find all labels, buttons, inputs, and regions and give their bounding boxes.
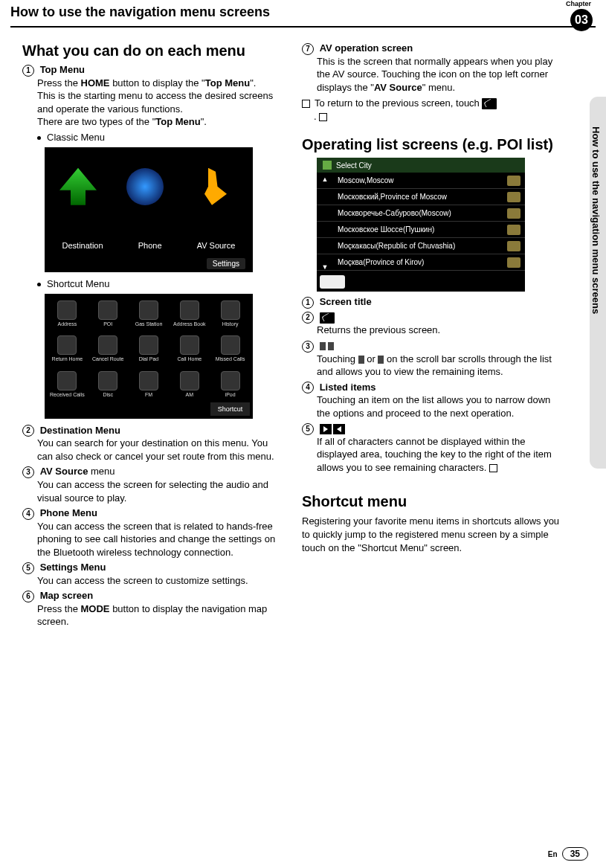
end-marker-icon	[319, 113, 327, 121]
list-item: Московское Шоссе(Пушкин)	[317, 222, 525, 238]
classic-label-av: AV Source	[197, 241, 236, 250]
text: There are two types of the "	[37, 116, 155, 127]
shortcut-cell: AM	[170, 367, 209, 400]
side-running-title: How to use the navigation menu screens	[590, 126, 602, 314]
item-title-bold: AV Source	[40, 466, 88, 477]
item-title: Phone Menu	[40, 507, 97, 518]
right-column: 7 AV operation screen This is the screen…	[302, 42, 564, 631]
left-column: What you can do on each menu 1 Top Menu …	[22, 42, 284, 631]
item-body: Returns the previous screen.	[317, 324, 564, 337]
back-icon	[320, 312, 335, 324]
item-body: This is the screen that normally appears…	[317, 55, 564, 94]
shortcut-cell: History	[210, 297, 250, 330]
text: " menu.	[422, 82, 455, 93]
poi-list-screenshot: Select City ▲▼ Moscow,Moscow Московский,…	[317, 158, 525, 292]
text: If all of characters cannot be displayed…	[317, 436, 552, 473]
item-body: You can access the screen to customize s…	[37, 574, 284, 588]
footer-language: En	[548, 850, 558, 858]
text: or	[364, 353, 378, 364]
item-title-rest: menu	[88, 466, 115, 477]
item-number: 5	[22, 562, 34, 574]
scroll-down-icon	[328, 342, 334, 350]
item-number: 4	[22, 508, 34, 520]
list-item: Моçкакасы(Republic of Chuvashia)	[317, 238, 525, 254]
page-number: 35	[562, 847, 588, 861]
item-title: Map screen	[40, 590, 94, 601]
list-desc-listed-items: 4 Listed items Touching an item on the l…	[302, 382, 564, 420]
chapter-label: Chapter	[566, 0, 591, 7]
item-body: If all of characters cannot be displayed…	[317, 435, 564, 475]
item-body: Press the MODE button to display the nav…	[37, 602, 284, 629]
shortcut-menu-screenshot: Address POI Gas Station Address Book His…	[45, 294, 253, 419]
item-body: You can access the screen for selecting …	[37, 478, 284, 504]
item-av-operation-screen: 7 AV operation screen This is the screen…	[302, 42, 564, 94]
text: ".	[250, 77, 256, 89]
shortcut-cell: Received Calls	[48, 367, 87, 400]
page-footer: En 35	[548, 847, 588, 861]
item-number: 3	[302, 341, 314, 353]
item-title: Top Menu	[40, 64, 85, 75]
bold-text: Top Menu	[205, 77, 250, 89]
item-title: Settings Menu	[40, 562, 106, 573]
item-title: Destination Menu	[40, 425, 120, 436]
item-number: 7	[302, 43, 314, 55]
text: ".	[201, 116, 207, 127]
item-number: 6	[22, 591, 34, 602]
classic-destination	[45, 147, 112, 211]
scroll-up-icon	[358, 356, 364, 364]
item-number: 2	[22, 425, 34, 437]
classic-phone	[112, 147, 178, 211]
bold-text: Top Menu	[155, 116, 200, 127]
shortcut-cell: FM	[129, 367, 169, 400]
item-phone-menu: 4 Phone Menu You can access the screen t…	[22, 507, 284, 559]
poi-screen-title: Select City	[317, 158, 525, 173]
arrow-left-icon	[333, 424, 345, 434]
bullet-label: Shortcut Menu	[47, 278, 110, 289]
bullet-icon	[37, 136, 41, 140]
bold-text: HOME	[81, 77, 110, 89]
item-body: You can access the screen that is relate…	[37, 520, 284, 559]
item-number: 3	[22, 466, 34, 478]
item-top-menu: 1 Top Menu Press the HOME button to disp…	[22, 64, 284, 129]
text: Press the	[37, 603, 81, 614]
list-item: Moscow,Moscow	[317, 173, 525, 189]
list-item: Моçква(Province of Kirov)	[317, 254, 525, 271]
classic-label-phone: Phone	[138, 241, 162, 250]
shortcut-cell: Return Home	[48, 332, 87, 365]
shortcut-cell: Disc	[88, 367, 128, 400]
item-number: 1	[302, 297, 314, 309]
item-title: Screen title	[320, 296, 372, 307]
item-av-source-menu: 3 AV Source menu You can access the scre…	[22, 466, 284, 504]
shortcut-cell: Gas Station	[129, 297, 169, 330]
classic-menu-screenshot: Destination Phone AV Source Settings	[45, 147, 253, 272]
text: button to display the "	[110, 77, 205, 89]
item-number: 2	[302, 312, 314, 324]
list-desc-back: 2 Returns the previous screen.	[302, 312, 564, 337]
shortcut-cell: iPod	[210, 367, 250, 400]
list-desc-arrows: 5 If all of characters cannot be display…	[302, 422, 564, 474]
section-heading-operating-list: Operating list screens (e.g. POI list)	[302, 136, 564, 153]
shortcut-button: Shortcut	[210, 402, 250, 416]
back-icon	[482, 98, 497, 109]
list-desc-screen-title: 1 Screen title	[302, 296, 564, 309]
item-title: Listed items	[320, 382, 376, 393]
item-settings-menu: 5 Settings Menu You can access the scree…	[22, 562, 284, 587]
shortcut-cell: Address	[48, 297, 87, 330]
bullet-icon	[37, 283, 41, 286]
item-body: Touching an item on the list allows you …	[317, 393, 564, 419]
item-destination-menu: 2 Destination Menu You can search for yo…	[22, 425, 284, 463]
classic-label-destination: Destination	[62, 241, 103, 250]
item-map-screen: 6 Map screen Press the MODE button to di…	[22, 590, 284, 629]
shortcut-menu-body: Registering your favorite menu items in …	[302, 515, 564, 554]
text: .	[314, 111, 317, 122]
note-bullet-icon	[302, 100, 310, 108]
shortcut-cell: Missed Calls	[210, 332, 250, 365]
chapter-number-badge: 03	[570, 9, 593, 31]
bullet-classic-menu: Classic Menu	[37, 132, 284, 143]
list-item: Московский,Province of Moscow	[317, 189, 525, 205]
bullet-shortcut-menu: Shortcut Menu	[37, 278, 284, 289]
classic-av-source	[178, 147, 245, 211]
bullet-label: Classic Menu	[47, 132, 105, 143]
shortcut-cell: Dial Pad	[129, 332, 169, 365]
text: Touching	[317, 353, 358, 364]
